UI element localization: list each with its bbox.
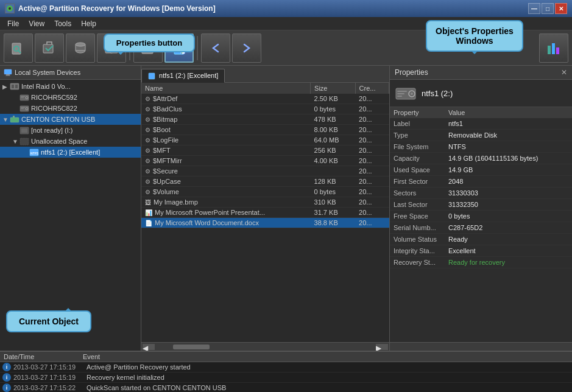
tree-label-ntfs1: ntfs1 (2:) [Excellent] (41, 149, 100, 156)
tree-label-unalloc: Unallocated Space (31, 138, 87, 145)
file-cre-cell: 20... (355, 187, 389, 197)
file-cre-cell: 20... (355, 197, 389, 208)
props-table-row: Capacity14.9 GB (16041115136 bytes) (390, 153, 572, 164)
svg-rect-18 (548, 46, 551, 54)
col-header-cre: Cre... (355, 83, 389, 94)
chart-button[interactable] (539, 33, 568, 63)
file-cre-cell: 20... (355, 218, 389, 228)
file-table-row[interactable]: ⚙$LogFile64.0 MB20... (141, 135, 389, 145)
props-table-row: Integrity Sta...Excellent (390, 245, 572, 257)
tree-label-not-ready: [not ready] (I:) (31, 127, 72, 134)
svg-point-45 (411, 93, 413, 95)
log-info-icon: i (2, 383, 11, 392)
raid-icon (10, 82, 19, 91)
minimize-button[interactable]: — (528, 3, 540, 14)
file-table-row[interactable]: ⚙$AttrDef2.50 KB20... (141, 94, 389, 104)
file-size-cell: 310 KB (311, 197, 356, 208)
file-table-row[interactable]: ⚙$UpCase128 KB20... (141, 177, 389, 187)
log-date: 2013-03-27 17:15:19 (13, 363, 87, 371)
menu-help[interactable]: Help (76, 18, 101, 29)
file-table-row[interactable]: ⚙$MFTMirr4.00 KB20... (141, 156, 389, 166)
file-table-row[interactable]: ⚙$MFT256 KB20... (141, 145, 389, 156)
tree-item-rico2[interactable]: RICOHR5C822 (0, 103, 141, 114)
file-size-cell (311, 166, 356, 177)
svg-rect-26 (15, 85, 18, 88)
log-col-datetime: Date/Time (4, 353, 83, 360)
partition-icon (19, 126, 29, 135)
props-property-cell: File System (390, 141, 445, 153)
file-name-cell: ⚙$AttrDef (141, 94, 311, 104)
props-value-cell: NTFS (445, 141, 572, 153)
tree-item-centon[interactable]: ▼ CENTON CENTON USB (0, 114, 141, 125)
properties-title: Properties (395, 68, 428, 77)
file-cre-cell: 20... (355, 135, 389, 145)
file-table[interactable]: Name Size Cre... ⚙$AttrDef2.50 KB20...⚙$… (141, 83, 389, 342)
props-value-cell: 14.9 GB (16041115136 bytes) (445, 153, 572, 164)
props-property-cell: Volume Status (390, 234, 445, 245)
svg-rect-25 (12, 85, 14, 88)
properties-table: Property Value Labelntfs1TypeRemovable D… (390, 107, 572, 342)
file-size-cell: 0 bytes (311, 187, 356, 197)
maximize-button[interactable]: □ (542, 3, 554, 14)
menu-view[interactable]: View (24, 18, 49, 29)
file-table-row[interactable]: ⚙$Volume0 bytes20... (141, 187, 389, 197)
log-event: Recovery kernel initialized (87, 374, 570, 381)
app-title: Active@ Partition Recovery for Windows [… (18, 4, 528, 13)
create-image-button[interactable] (66, 33, 95, 63)
center-panel: ntfs1 (2:) [Excellent] Name Size Cre... … (141, 66, 389, 351)
props-table-row: Sectors31330303 (390, 187, 572, 199)
file-cre-cell: 20... (355, 156, 389, 166)
props-table-row: Labelntfs1 (390, 118, 572, 130)
file-cre-cell: 20... (355, 114, 389, 125)
svg-rect-35 (10, 117, 19, 122)
props-value-cell: 2048 (445, 176, 572, 187)
close-button[interactable]: ✕ (555, 3, 567, 14)
tree-item-intel-raid[interactable]: ▶ Intel Raid 0 Vo... (0, 81, 141, 92)
scan-button[interactable] (4, 33, 33, 63)
scroll-left-btn[interactable]: ◀ (143, 344, 155, 350)
recovery-button[interactable] (35, 33, 64, 63)
tab-ntfs1[interactable]: ntfs1 (2:) [Excellent] (141, 69, 225, 83)
file-size-cell: 31.7 KB (311, 208, 356, 218)
svg-point-1 (9, 7, 11, 10)
hdd-icon (19, 93, 29, 102)
menu-tools[interactable]: Tools (49, 18, 76, 29)
menu-file[interactable]: File (2, 18, 24, 29)
properties-close-btn[interactable]: ✕ (561, 68, 567, 77)
props-value-cell: Ready (445, 234, 572, 245)
svg-rect-5 (43, 44, 53, 53)
back-button[interactable] (201, 33, 230, 63)
file-cre-cell: 20... (355, 104, 389, 114)
props-table-row: Recovery St...Ready for recovery (390, 257, 572, 268)
col-header-name: Name (141, 83, 311, 94)
props-property-cell: Sectors (390, 187, 445, 199)
tree-item-rico1[interactable]: RICOHR5C592 (0, 92, 141, 103)
horizontal-scrollbar[interactable]: ◀ ▶ (141, 342, 389, 351)
props-table-row: Used Space14.9 GB (390, 164, 572, 176)
svg-rect-33 (21, 107, 25, 108)
file-table-row[interactable]: ⚙$Secure20... (141, 166, 389, 177)
tree-item-unalloc[interactable]: ▼ Unallocated Space (0, 136, 141, 147)
props-horizontal-scrollbar[interactable] (390, 342, 572, 351)
file-table-row[interactable]: ⚙$Boot8.00 KB20... (141, 125, 389, 135)
props-value-cell: 14.9 GB (445, 164, 572, 176)
file-table-row[interactable]: 🖼My Image.bmp310 KB20... (141, 197, 389, 208)
props-value-cell: Excellent (445, 245, 572, 257)
tab-bar: ntfs1 (2:) [Excellent] (141, 66, 389, 83)
scroll-thumb[interactable] (173, 345, 210, 349)
tree-label-rico1: RICOHR5C592 (31, 94, 77, 101)
file-table-row[interactable]: 📊My Microsoft PowerPoint Presentat...31.… (141, 208, 389, 218)
tree-item-not-ready[interactable]: [not ready] (I:) (0, 125, 141, 136)
tree-label-intel-raid: Intel Raid 0 Vo... (21, 83, 71, 90)
file-size-cell: 38.8 KB (311, 218, 356, 228)
forward-button[interactable] (232, 33, 261, 63)
file-table-row[interactable]: ⚙$Bitmap478 KB20... (141, 114, 389, 125)
current-object-callout: Current Object (6, 310, 91, 332)
title-bar: Active@ Partition Recovery for Windows [… (0, 0, 572, 17)
file-table-row[interactable]: ⚙$BadClus0 bytes20... (141, 104, 389, 114)
svg-rect-22 (6, 74, 10, 75)
scroll-right-btn[interactable]: ▶ (376, 344, 388, 350)
log-col-event: Event (83, 353, 568, 360)
file-table-row[interactable]: 📄My Microsoft Word Document.docx38.8 KB2… (141, 218, 389, 228)
tree-item-ntfs1[interactable]: NTFS ntfs1 (2:) [Excellent] (0, 147, 141, 158)
